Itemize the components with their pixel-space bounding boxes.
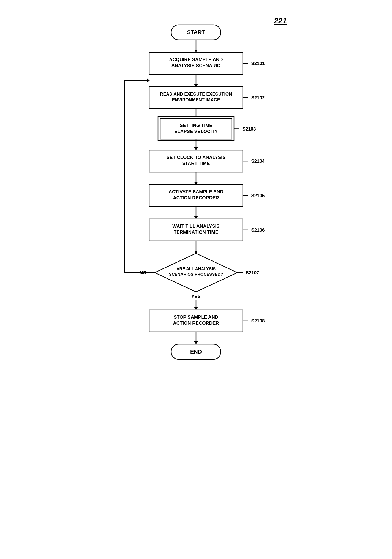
flowchart-svg: STARTACQUIRE SAMPLE ANDANALYSIS SCENARIO…	[100, 11, 292, 373]
svg-marker-49	[147, 78, 150, 82]
svg-text:S2105: S2105	[251, 193, 265, 198]
svg-marker-34	[194, 216, 198, 219]
svg-marker-22	[194, 147, 198, 150]
svg-text:S2104: S2104	[251, 159, 265, 164]
svg-marker-52	[194, 307, 198, 310]
figure-label: 221	[274, 17, 287, 25]
svg-marker-58	[194, 341, 198, 344]
svg-text:S2103: S2103	[242, 126, 256, 132]
page: 221STARTACQUIRE SAMPLE ANDANALYSIS SCENA…	[100, 11, 292, 373]
svg-marker-40	[194, 251, 198, 253]
svg-text:S2107: S2107	[246, 270, 259, 275]
svg-marker-3	[194, 50, 198, 52]
svg-text:S2108: S2108	[251, 318, 265, 324]
svg-marker-28	[194, 182, 198, 184]
svg-marker-9	[194, 84, 198, 87]
svg-text:START: START	[187, 29, 205, 35]
svg-text:S2102: S2102	[251, 95, 265, 101]
svg-text:S2101: S2101	[251, 61, 265, 66]
svg-text:YES: YES	[191, 294, 201, 299]
svg-text:S2106: S2106	[251, 227, 265, 233]
svg-text:END: END	[190, 349, 202, 355]
